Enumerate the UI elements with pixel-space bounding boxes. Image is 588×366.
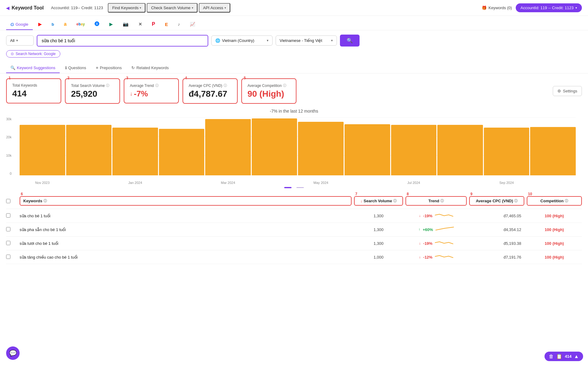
volume-col-header[interactable]: ↓ Search Volume ⓘ — [354, 196, 403, 206]
network-badge[interactable]: ⊙ Search Network: Google — [6, 50, 60, 58]
annotation-2: 2 — [67, 76, 70, 80]
table-row: sữa tươi cho bé 1 tuổi1,300 ↓ -19% đ5,19… — [6, 237, 582, 250]
keyword-cell-2[interactable]: sữa tươi cho bé 1 tuổi — [20, 241, 352, 246]
platform-tab-amazon[interactable]: a — [60, 19, 71, 30]
nav-links: Find Keywords ▾ Check Search Volume ▾ AP… — [108, 3, 230, 13]
trend-arrow-icon: ↓ — [130, 91, 133, 97]
x-label-9 — [437, 181, 483, 185]
comp-col-info-icon[interactable]: ⓘ — [565, 199, 568, 203]
keyword-cell-1[interactable]: sữa pha sẵn cho bé 1 tuổi — [20, 227, 352, 232]
trend-col-info-icon[interactable]: ⓘ — [440, 199, 444, 203]
table-row: sữa pha sẵn cho bé 1 tuổi1,300 ↑ +60% đ4… — [6, 223, 582, 237]
row-checkbox-2[interactable] — [6, 241, 10, 245]
bar-9 — [437, 125, 483, 175]
x-label-8: Jul 2024 — [391, 181, 437, 185]
logo[interactable]: ◂ Keyword Tool — [6, 4, 44, 12]
trend-col-header[interactable]: Trend ⓘ — [405, 196, 467, 206]
settings-icon: ⚙ — [557, 89, 561, 93]
nav-right: 🎁 Keywords (0) AccountId: 119 -- Credit:… — [482, 3, 582, 12]
tab-related-keywords[interactable]: ↻ Related Keywords — [127, 63, 173, 73]
tab-prepositions[interactable]: ≡ Prepositions — [92, 63, 126, 73]
top-navigation: ◂ Keyword Tool AccountId: 119-- Credit: … — [0, 0, 588, 16]
platform-tab-ebay[interactable]: ebay — [72, 20, 89, 29]
row-checkbox-wrap-3 — [6, 255, 17, 260]
platform-tab-youtube[interactable]: ▶ — [34, 19, 46, 30]
row-checkbox-1[interactable] — [6, 227, 10, 231]
total-keywords-card: Total Keywords 414 — [6, 78, 61, 103]
tab-questions[interactable]: ℹ Questions — [61, 63, 91, 73]
bar-0 — [20, 125, 65, 175]
cpc-cell-2: đ5,193.38 — [469, 241, 524, 246]
comp-info-icon[interactable]: ⓘ — [283, 83, 286, 88]
avg-comp-card: Average Competition ⓘ 90 (High) — [241, 78, 296, 104]
settings-button[interactable]: ⚙ Settings — [553, 86, 582, 96]
check-search-volume-menu[interactable]: Check Search Volume ▾ — [147, 3, 198, 13]
x-label-4: Mar 2024 — [205, 181, 251, 185]
cpc-col-info-icon[interactable]: ⓘ — [514, 199, 518, 203]
legend-current — [284, 187, 292, 188]
platform-tabs: G Google ▶ b a ebay 🅐 ▶ 📷 ✕ P E ♪ 📈 — [0, 16, 588, 30]
nav-account-info: AccountId: 119-- Credit: 1123 — [51, 6, 103, 10]
x-label-5 — [252, 181, 297, 185]
table-area: 6 Keywords ⓘ 7 ↓ Search Volume ⓘ 8 Trend… — [0, 193, 588, 264]
find-keywords-menu[interactable]: Find Keywords ▾ — [108, 3, 145, 13]
avg-comp-label: Average Competition ⓘ — [247, 83, 290, 88]
trend-pct-1: +60% — [423, 227, 433, 232]
pinterest-icon: P — [152, 21, 155, 27]
appstore-icon: 🅐 — [95, 21, 100, 27]
platform-tab-google[interactable]: G Google — [6, 19, 33, 30]
table-header: 6 Keywords ⓘ 7 ↓ Search Volume ⓘ 8 Trend… — [6, 193, 582, 209]
ebay-icon: ebay — [76, 22, 85, 26]
keyword-cell-0[interactable]: sữa cho bé 1 tuổi — [20, 214, 352, 218]
comp-col-header[interactable]: Competition ⓘ — [527, 196, 582, 206]
row-checkbox-3[interactable] — [6, 255, 10, 259]
bar-8 — [391, 125, 437, 175]
search-button[interactable]: 🔍 — [340, 35, 360, 47]
platform-tab-etsy[interactable]: E — [161, 19, 172, 30]
search-input[interactable] — [37, 35, 208, 47]
language-select[interactable]: Vietnamese - Tiếng Việt ▾ — [276, 35, 337, 46]
volume-cell-3: 1,000 — [354, 255, 403, 260]
account-button[interactable]: AccountId: 119 -- Credit: 1123 ▾ — [516, 3, 582, 12]
keywords-col-header[interactable]: Keywords ⓘ — [20, 196, 352, 206]
table-row: sữa cho bé 1 tuổi1,300 ↓ -19% đ7,465.051… — [6, 209, 582, 223]
table-row: sữa tăng chiều cao cho bé 1 tuổi1,000 ↓ … — [6, 250, 582, 264]
platform-tab-playstore[interactable]: ▶ — [105, 19, 117, 30]
filter-select[interactable]: All ▾ — [6, 35, 34, 46]
platform-tab-trends[interactable]: 📈 — [186, 19, 199, 30]
avg-trend-label: Average Trend ⓘ — [130, 83, 173, 88]
platform-tab-pinterest[interactable]: P — [148, 19, 160, 30]
keywords-cart[interactable]: 🎁 Keywords (0) — [482, 6, 512, 10]
volume-col-info-icon[interactable]: ⓘ — [393, 199, 397, 203]
platform-tab-bing[interactable]: b — [47, 20, 58, 30]
chart-title: -7% in the last 12 months — [6, 109, 582, 114]
platform-tab-tiktok[interactable]: ♪ — [174, 19, 184, 30]
row-checkbox-0[interactable] — [6, 213, 10, 218]
x-label-11 — [530, 181, 576, 185]
x-label-6: May 2024 — [298, 181, 344, 185]
x-label-10: Sep 2024 — [484, 181, 530, 185]
search-bar-area: All ▾ 🌐 Vietnam (Country) ▾ Vietnamese -… — [0, 30, 588, 49]
volume-info-icon[interactable]: ⓘ — [106, 83, 109, 88]
globe-icon: 🌐 — [215, 38, 220, 43]
keywords-col-info-icon[interactable]: ⓘ — [43, 199, 47, 203]
total-volume-label: Total Search Volume ⓘ — [71, 83, 114, 88]
bar-2 — [112, 128, 158, 175]
avg-cpc-card: Average CPC (VND) ⓘ đ4,787.67 — [183, 78, 238, 104]
x-label-2: Jan 2024 — [112, 181, 158, 185]
bar-10 — [484, 128, 530, 175]
cpc-info-icon[interactable]: ⓘ — [224, 83, 227, 88]
api-access-menu[interactable]: API Access ▾ — [199, 3, 230, 13]
platform-tab-instagram[interactable]: 📷 — [119, 19, 133, 30]
annotation-10: 10 — [528, 192, 532, 196]
platform-tab-appstore[interactable]: 🅐 — [90, 19, 104, 30]
select-all-checkbox[interactable] — [6, 199, 10, 203]
platform-tab-twitter[interactable]: ✕ — [134, 19, 146, 30]
bar-5 — [252, 118, 297, 175]
country-select[interactable]: 🌐 Vietnam (Country) ▾ — [211, 35, 273, 46]
app-title: Keyword Tool — [12, 5, 44, 11]
trend-info-icon[interactable]: ⓘ — [155, 83, 159, 88]
cpc-col-header[interactable]: Average CPC (VND) ⓘ — [469, 196, 524, 206]
tab-keyword-suggestions[interactable]: 🔍 Keyword Suggestions — [6, 63, 60, 73]
keyword-cell-3[interactable]: sữa tăng chiều cao cho bé 1 tuổi — [20, 255, 352, 260]
